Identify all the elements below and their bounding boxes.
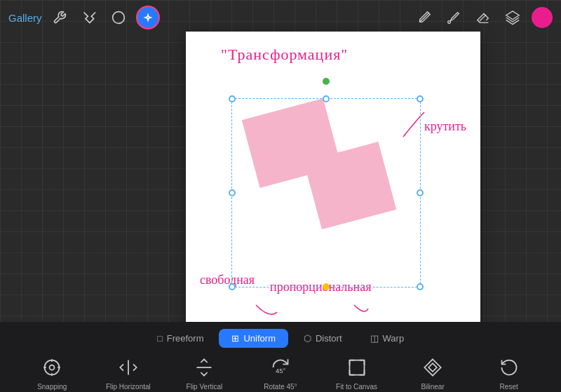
rotate-45-button[interactable]: 45° Rotate 45° xyxy=(256,355,305,391)
snapping-label: Snapping xyxy=(37,383,67,391)
rotate-45-icon: 45° xyxy=(268,355,293,380)
transform-icon[interactable] xyxy=(136,6,160,29)
svg-point-1 xyxy=(448,21,451,24)
action-bar: Snapping Flip Horizontal F xyxy=(0,353,561,392)
rotate-45-label: Rotate 45° xyxy=(264,383,297,391)
freeform-icon: □ xyxy=(157,333,163,344)
handle-mid-left[interactable] xyxy=(229,189,236,196)
bilinear-icon xyxy=(420,355,445,380)
flip-vertical-button[interactable]: Flip Vertical xyxy=(180,355,229,391)
top-toolbar: Gallery xyxy=(0,0,561,35)
handle-top-left[interactable] xyxy=(229,95,236,102)
tab-warp[interactable]: ◫ Warp xyxy=(358,329,417,348)
flip-horizontal-button[interactable]: Flip Horizontal xyxy=(104,355,153,391)
rotate-annotation: крутить xyxy=(424,119,466,134)
svg-marker-3 xyxy=(242,87,396,241)
canvas-area: "Трансформация" крутить свободная пропор… xyxy=(105,35,561,322)
wrench-icon[interactable] xyxy=(48,6,72,29)
flip-vertical-icon xyxy=(191,355,217,380)
bottom-toolbar: □ Freeform ⊞ Uniform ⬡ Distort ◫ Warp xyxy=(0,322,561,392)
curve-icon[interactable] xyxy=(77,6,101,29)
eraser-icon[interactable] xyxy=(473,7,494,28)
reset-button[interactable]: Reset xyxy=(485,355,534,391)
tab-freeform[interactable]: □ Freeform xyxy=(144,329,217,348)
snapping-button[interactable]: Snapping xyxy=(27,355,76,391)
svg-text:45°: 45° xyxy=(276,367,285,374)
smudge-icon[interactable] xyxy=(107,6,130,29)
svg-marker-15 xyxy=(428,363,437,372)
flip-vertical-label: Flip Vertical xyxy=(187,383,223,391)
distort-icon: ⬡ xyxy=(304,333,311,344)
reset-label: Reset xyxy=(500,383,518,391)
proportional-annotation: пропорциональная xyxy=(270,280,371,295)
reset-icon xyxy=(496,355,522,380)
svg-rect-13 xyxy=(349,360,364,375)
shape-drawing xyxy=(214,74,424,284)
svg-point-5 xyxy=(50,365,55,370)
flip-horizontal-label: Flip Horizontal xyxy=(106,383,151,391)
mode-tabs: □ Freeform ⊞ Uniform ⬡ Distort ◫ Warp xyxy=(144,322,417,353)
layers-icon[interactable] xyxy=(502,7,523,28)
svg-marker-14 xyxy=(424,359,440,375)
annotation-arrows xyxy=(186,32,480,326)
svg-point-4 xyxy=(45,360,60,375)
handle-top-mid[interactable] xyxy=(323,95,330,102)
bilinear-label: Bilinear xyxy=(421,383,444,391)
toolbar-left: Gallery xyxy=(8,6,160,29)
handle-bot-mid[interactable] xyxy=(323,283,330,290)
snapping-icon xyxy=(39,355,65,380)
handle-bot-left[interactable] xyxy=(229,283,236,290)
fit-to-canvas-label: Fit to Canvas xyxy=(336,383,377,391)
title-annotation: "Трансформация" xyxy=(221,46,348,64)
transform-box xyxy=(231,98,421,288)
tab-distort[interactable]: ⬡ Distort xyxy=(291,329,355,348)
gallery-button[interactable]: Gallery xyxy=(8,12,42,24)
handle-rotation[interactable] xyxy=(323,78,330,85)
white-canvas[interactable]: "Трансформация" крутить свободная пропор… xyxy=(186,32,480,326)
pen-line-icon[interactable] xyxy=(414,7,435,28)
uniform-icon: ⊞ xyxy=(231,333,239,344)
fit-to-canvas-button[interactable]: Fit to Canvas xyxy=(332,355,381,391)
free-annotation: свободная xyxy=(200,273,255,288)
fit-to-canvas-icon xyxy=(344,355,370,380)
tab-uniform[interactable]: ⊞ Uniform xyxy=(219,329,288,348)
handle-bot-right[interactable] xyxy=(417,283,424,290)
handle-mid-right[interactable] xyxy=(417,189,424,196)
user-avatar[interactable] xyxy=(532,7,553,28)
warp-icon: ◫ xyxy=(370,333,379,344)
eyedropper-icon[interactable] xyxy=(443,7,464,28)
toolbar-right xyxy=(414,7,553,28)
handle-top-right[interactable] xyxy=(417,95,424,102)
flip-horizontal-icon xyxy=(116,355,141,380)
svg-marker-2 xyxy=(506,11,519,20)
bilinear-button[interactable]: Bilinear xyxy=(408,355,457,391)
